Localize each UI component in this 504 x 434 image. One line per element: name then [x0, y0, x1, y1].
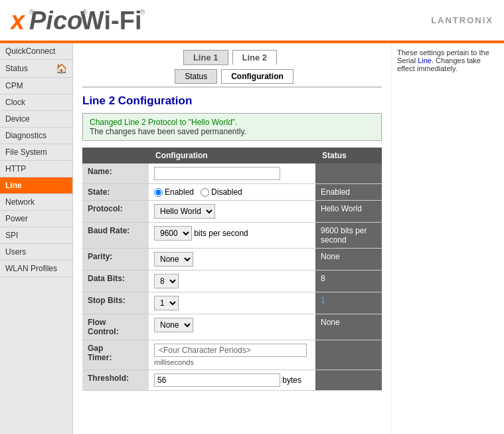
sidebar-item-users[interactable]: Users — [0, 244, 72, 261]
config-table: Configuration Status Name: State: — [82, 148, 382, 391]
sidebar-item-diagnostics[interactable]: Diagnostics — [0, 128, 72, 144]
parity-status: None — [315, 249, 382, 271]
row-label: GapTimer: — [82, 340, 149, 370]
enabled-radio-label[interactable]: Enabled — [154, 187, 194, 197]
table-row: GapTimer: <Four Character Periods> milli… — [82, 340, 382, 370]
flowcontrol-config: None — [149, 314, 315, 340]
sidebar-item-cpm[interactable]: CPM — [0, 78, 72, 94]
state-status: Enabled — [315, 184, 382, 201]
baudrate-unit: bits per second — [194, 229, 248, 238]
name-status — [315, 163, 382, 184]
threshold-status — [315, 370, 382, 391]
threshold-unit: bytes — [282, 376, 301, 385]
right-panel: These settings pertain to the Serial Lin… — [391, 43, 504, 434]
status-tab[interactable]: Status — [175, 69, 217, 84]
sidebar-item-quickconnect[interactable]: QuickConnect — [0, 43, 72, 60]
svg-text:®: ® — [140, 9, 145, 16]
sidebar-item-power[interactable]: Power — [0, 211, 72, 227]
databits-select[interactable]: 8 — [154, 274, 179, 288]
row-label: FlowControl: — [82, 314, 149, 340]
svg-text:Wi-Fi: Wi-Fi — [80, 7, 142, 35]
svg-text:x: x — [11, 7, 26, 35]
line-tabs: Line 1 Line 2 — [82, 50, 382, 65]
table-row: Parity: None None — [82, 249, 382, 271]
brand-logo: LANTRONIX — [431, 15, 493, 25]
main-content: Line 1 Line 2 Status Configuration Line … — [73, 43, 391, 434]
sidebar-item-http[interactable]: HTTP — [0, 161, 72, 177]
right-panel-text: These settings pertain to the Serial Lin… — [397, 49, 489, 72]
table-row: State: Enabled Disabled Enabled — [82, 184, 382, 201]
success-banner: Changed Line 2 Protocol to "Hello World"… — [82, 113, 382, 141]
header: x Pico ® Wi-Fi ® ® LANTRONIX — [0, 0, 504, 43]
disabled-radio[interactable] — [201, 188, 209, 197]
baudrate-status: 9600 bits per second — [315, 223, 382, 249]
sidebar-item-wlan[interactable]: WLAN Profiles — [0, 261, 72, 277]
status-config-tabs: Status Configuration — [82, 69, 382, 88]
row-label: Name: — [82, 163, 149, 184]
svg-text:®: ® — [82, 9, 88, 16]
threshold-config: bytes — [149, 370, 315, 391]
table-row: Data Bits: 8 8 — [82, 271, 382, 292]
logo: x Pico ® Wi-Fi ® ® — [11, 3, 157, 38]
sidebar-item-spi[interactable]: SPI — [0, 227, 72, 244]
layout: QuickConnect Status 🏠 CPM Clock Device D… — [0, 43, 504, 434]
row-label: Data Bits: — [82, 271, 149, 292]
threshold-input[interactable] — [154, 374, 280, 387]
table-row: Stop Bits: 1 1 — [82, 292, 382, 314]
sidebar-item-line[interactable]: Line — [0, 177, 72, 194]
state-config: Enabled Disabled — [149, 184, 315, 201]
home-icon: 🏠 — [56, 63, 67, 74]
table-row: Threshold: bytes — [82, 370, 382, 391]
line1-tab[interactable]: Line 1 — [183, 50, 228, 65]
name-config — [149, 163, 315, 184]
enabled-radio[interactable] — [154, 188, 163, 197]
sidebar-item-clock[interactable]: Clock — [0, 94, 72, 111]
parity-config: None — [149, 249, 315, 271]
parity-select[interactable]: None — [154, 252, 193, 267]
sidebar-item-filesystem[interactable]: File System — [0, 144, 72, 161]
gap-timer-unit: milliseconds — [154, 358, 310, 366]
row-label: Threshold: — [82, 370, 149, 391]
sidebar-item-network[interactable]: Network — [0, 194, 72, 211]
row-label: Parity: — [82, 249, 149, 271]
protocol-status: Hello World — [315, 201, 382, 223]
stopbits-select[interactable]: 1 — [154, 296, 179, 310]
sidebar: QuickConnect Status 🏠 CPM Clock Device D… — [0, 43, 73, 434]
databits-status: 8 — [315, 271, 382, 292]
svg-text:Pico: Pico — [29, 7, 82, 35]
stopbits-status: 1 — [315, 292, 382, 314]
sidebar-item-status[interactable]: Status 🏠 — [0, 60, 72, 78]
gaptimer-config: <Four Character Periods> milliseconds — [149, 340, 315, 370]
col-status: Status — [315, 148, 382, 163]
table-row: Protocol: Hello World Hello World — [82, 201, 382, 223]
protocol-select[interactable]: Hello World — [154, 204, 215, 219]
col-label — [82, 148, 149, 163]
row-label: Stop Bits: — [82, 292, 149, 314]
gaptimer-status — [315, 340, 382, 370]
line2-tab[interactable]: Line 2 — [232, 50, 278, 65]
flowcontrol-status: None — [315, 314, 382, 340]
baudrate-config: 9600 bits per second — [149, 223, 315, 249]
name-input[interactable] — [154, 167, 280, 180]
databits-config: 8 — [149, 271, 315, 292]
baudrate-select[interactable]: 9600 — [154, 226, 192, 241]
svg-text:®: ® — [29, 9, 35, 16]
protocol-config: Hello World — [149, 201, 315, 223]
sidebar-item-device[interactable]: Device — [0, 111, 72, 128]
row-label: State: — [82, 184, 149, 201]
stopbits-config: 1 — [149, 292, 315, 314]
row-label: Baud Rate: — [82, 223, 149, 249]
disabled-radio-label[interactable]: Disabled — [201, 187, 242, 197]
configuration-tab[interactable]: Configuration — [221, 69, 294, 84]
flowcontrol-select[interactable]: None — [154, 318, 193, 332]
table-row: Baud Rate: 9600 bits per second 9600 bit… — [82, 223, 382, 249]
table-row: Name: — [82, 163, 382, 184]
col-configuration: Configuration — [149, 148, 315, 163]
table-row: FlowControl: None None — [82, 314, 382, 340]
row-label: Protocol: — [82, 201, 149, 223]
gap-timer-value[interactable]: <Four Character Periods> — [154, 344, 307, 357]
page-title: Line 2 Configuration — [82, 94, 382, 108]
